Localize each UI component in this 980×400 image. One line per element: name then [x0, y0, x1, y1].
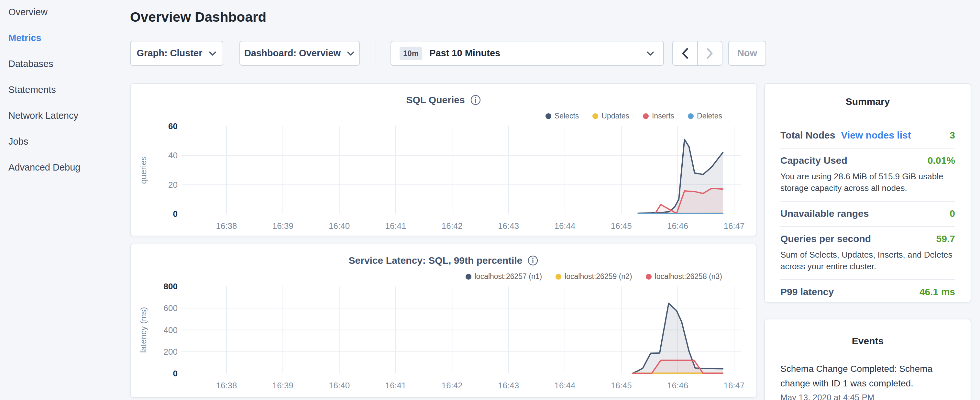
- summary-row-label: Queries per second: [780, 233, 871, 244]
- x-tick-label: 16:47: [724, 381, 745, 390]
- events-panel: Events Schema Change Completed: Schema c…: [764, 319, 971, 400]
- x-tick-label: 16:47: [724, 221, 745, 231]
- y-tick-label: 200: [164, 347, 178, 357]
- time-window-selector[interactable]: 10m Past 10 Minutes: [390, 41, 664, 66]
- y-tick-label: 0: [173, 369, 178, 378]
- summary-row-label: P99 latency: [780, 287, 834, 297]
- x-tick-label: 16:41: [385, 381, 406, 390]
- event-timestamp: May 13, 2020 at 4:45 PM: [780, 392, 955, 400]
- events-title: Events: [780, 336, 955, 347]
- controls-divider: [375, 41, 376, 66]
- event-text: Schema Change Completed: Schema change w…: [780, 362, 955, 390]
- x-tick-label: 16:38: [216, 221, 237, 231]
- sidebar-item-jobs[interactable]: Jobs: [8, 136, 129, 147]
- sidebar-item-advanced-debug[interactable]: Advanced Debug: [8, 162, 129, 173]
- time-back-button[interactable]: [673, 41, 697, 65]
- summary-row-description: You are using 28.6 MiB of 515.9 GiB usab…: [780, 171, 955, 194]
- view-nodes-list-link[interactable]: View nodes list: [841, 130, 911, 141]
- summary-row-total-nodes: Total Nodes View nodes list 3: [780, 123, 955, 148]
- summary-row-value: 0.01%: [928, 155, 955, 166]
- chevron-down-icon: [347, 51, 355, 56]
- summary-row-capacity-used: Capacity Used 0.01% You are using 28.6 M…: [780, 148, 955, 202]
- time-forward-button[interactable]: [697, 41, 722, 65]
- event-list-item[interactable]: Schema Change Completed: Schema change w…: [780, 362, 955, 400]
- graph-dropdown[interactable]: Graph: Cluster: [130, 41, 223, 66]
- y-tick-label: 40: [168, 150, 178, 160]
- sql-queries-chart-card: SQL Queries SelectsUpdatesInsertsDeletes…: [130, 83, 757, 236]
- page-title: Overview Dashboard: [130, 9, 266, 25]
- summary-row-value: 59.7: [936, 233, 955, 244]
- summary-panel: Summary Total Nodes View nodes list 3 Ca…: [764, 83, 971, 303]
- service-latency-chart-card: Service Latency: SQL, 99th percentile lo…: [130, 244, 757, 398]
- x-tick-label: 16:43: [498, 381, 519, 390]
- summary-title: Summary: [780, 96, 955, 107]
- summary-row-p99-latency: P99 latency 46.1 ms: [780, 280, 955, 304]
- sql-queries-plot[interactable]: 16:3816:3916:4016:4116:4216:4316:4416:45…: [131, 84, 758, 237]
- x-tick-label: 16:41: [385, 221, 406, 231]
- x-tick-label: 16:45: [611, 221, 632, 231]
- series-line-deletes: [638, 214, 723, 214]
- sidebar: Overview Metrics Databases Statements Ne…: [0, 0, 129, 400]
- x-tick-label: 16:39: [272, 381, 293, 390]
- x-tick-label: 16:46: [667, 221, 688, 231]
- x-tick-label: 16:40: [329, 381, 350, 390]
- sidebar-item-statements[interactable]: Statements: [8, 84, 129, 95]
- y-axis-label: queries: [138, 156, 148, 184]
- graph-dropdown-label: Graph: Cluster: [137, 48, 202, 59]
- x-tick-label: 16:44: [554, 381, 575, 390]
- x-tick-label: 16:42: [442, 221, 463, 231]
- x-tick-label: 16:45: [611, 381, 632, 390]
- summary-row-unavailable-ranges: Unavailable ranges 0: [780, 202, 955, 227]
- summary-row-value: 3: [950, 130, 955, 141]
- summary-row-label: Total Nodes: [780, 130, 835, 141]
- x-tick-label: 16:43: [498, 221, 519, 231]
- summary-row-description: Sum of Selects, Updates, Inserts, and De…: [780, 249, 955, 272]
- sidebar-item-metrics[interactable]: Metrics: [8, 32, 129, 43]
- x-tick-label: 16:44: [554, 221, 575, 231]
- y-tick-label: 800: [164, 282, 178, 291]
- y-tick-label: 0: [173, 209, 178, 219]
- y-tick-label: 20: [168, 180, 178, 190]
- y-tick-label: 600: [164, 303, 178, 313]
- chevron-down-icon: [646, 50, 655, 57]
- page: Overview Metrics Databases Statements Ne…: [0, 0, 980, 400]
- y-axis-label: latency (ms): [138, 307, 148, 353]
- dashboard-dropdown-label: Dashboard: Overview: [244, 48, 341, 59]
- y-tick-label: 60: [168, 121, 178, 131]
- now-button[interactable]: Now: [728, 41, 766, 66]
- x-tick-label: 16:40: [329, 221, 350, 231]
- time-window-badge: 10m: [399, 46, 422, 60]
- x-tick-label: 16:42: [442, 381, 463, 390]
- time-window-label: Past 10 Minutes: [430, 48, 500, 59]
- summary-row-value: 46.1 ms: [920, 287, 955, 297]
- sidebar-item-overview[interactable]: Overview: [8, 6, 129, 18]
- summary-row-label: Capacity Used: [780, 155, 847, 166]
- sidebar-item-network-latency[interactable]: Network Latency: [8, 110, 129, 121]
- x-tick-label: 16:46: [667, 381, 688, 390]
- summary-row-label: Unavailable ranges: [780, 208, 869, 219]
- chevron-left-icon: [681, 47, 689, 59]
- dashboard-dropdown[interactable]: Dashboard: Overview: [239, 41, 360, 66]
- x-tick-label: 16:38: [216, 381, 237, 390]
- summary-row-value: 0: [950, 208, 955, 219]
- service-latency-plot[interactable]: 16:3816:3916:4016:4116:4216:4316:4416:45…: [131, 244, 758, 398]
- sidebar-item-databases[interactable]: Databases: [8, 58, 129, 69]
- y-tick-label: 400: [164, 325, 178, 335]
- time-step-buttons: [672, 41, 722, 66]
- summary-row-queries-per-second: Queries per second 59.7 Sum of Selects, …: [780, 227, 955, 280]
- chevron-right-icon: [706, 47, 714, 59]
- chevron-down-icon: [208, 51, 217, 56]
- x-tick-label: 16:39: [272, 221, 293, 231]
